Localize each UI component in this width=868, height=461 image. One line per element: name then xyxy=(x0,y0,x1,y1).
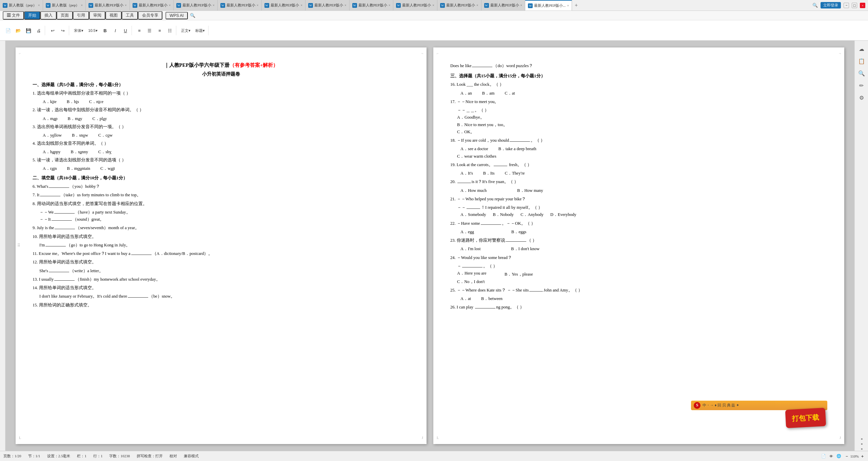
justify-button[interactable]: ☷ xyxy=(165,26,175,35)
tab-6[interactable]: W 最新人教PEP版小 × xyxy=(218,0,262,11)
right-panel-btn-4[interactable]: ✏ xyxy=(857,81,866,90)
toolbar-group-file: 📄 📂 💾 🖨 xyxy=(2,26,45,35)
tab-close-13[interactable]: × xyxy=(567,4,569,7)
q8a: －－We（have）a party next Sunday。 xyxy=(39,209,410,216)
menu-start[interactable]: 开始 xyxy=(24,11,40,20)
q14a: I don't like January or February。It's co… xyxy=(39,293,410,300)
new-button[interactable]: 📄 xyxy=(3,26,13,35)
tab-close-8[interactable]: × xyxy=(344,3,347,7)
tab-close-3[interactable]: × xyxy=(125,3,127,7)
save-button[interactable]: 💾 xyxy=(24,26,33,35)
tab-4[interactable]: W 最新人教PEP版小 × xyxy=(130,0,174,11)
style-heading[interactable]: 标题▾ xyxy=(193,26,207,35)
q19-opt-a: A．It's xyxy=(460,170,473,177)
font-size-button[interactable]: 10.5▾ xyxy=(86,26,100,35)
tab-close-5[interactable]: × xyxy=(213,3,215,7)
page2-content: Does he like（do）word puzzles？ 三、选择题（共15小… xyxy=(450,62,827,311)
tab-icon-5: W xyxy=(176,3,181,8)
q10: 10. 用所给单词的适当形式填空。 xyxy=(33,233,410,240)
menu-file[interactable]: ☰ 文件 xyxy=(3,11,24,20)
q1-opt-b: B．his xyxy=(67,98,79,105)
q19-opt-c: C．They're xyxy=(505,170,525,177)
bottom-page-info: 页数：1/20 xyxy=(3,454,21,459)
style-normal[interactable]: 正文▾ xyxy=(179,26,193,35)
minimize-button[interactable]: － xyxy=(844,3,849,8)
q16-opt-a: A．an xyxy=(460,90,472,97)
zoom-out-button[interactable]: － xyxy=(845,453,849,459)
menu-review[interactable]: 审阅 xyxy=(89,11,105,20)
view-web-icon[interactable]: 🌐 xyxy=(836,454,841,458)
bold-button[interactable]: B xyxy=(100,26,110,35)
align-right-button[interactable]: ≡ xyxy=(155,26,164,35)
tab-13[interactable]: W 最新人教PEP版小... × xyxy=(525,0,572,11)
p2-q19-opts: A．It's B．Its C．They're xyxy=(460,170,827,177)
tab-close-7[interactable]: × xyxy=(300,3,302,7)
q10a: I'm（go）to go to Hong Kong in July。 xyxy=(39,242,410,249)
q1: 1. 选出每组单词中画线部分读音不相同的一项（ ） xyxy=(33,90,410,97)
search-button[interactable]: 🔍 xyxy=(188,11,197,20)
bottom-right: 📄 👁 🌐 － 110% ＋ xyxy=(821,453,865,459)
q23-opt-b: B．I don't know xyxy=(511,245,539,253)
menu-wps-ai[interactable]: WPS AI xyxy=(165,12,188,19)
tab-close-9[interactable]: × xyxy=(389,3,391,7)
tab-5[interactable]: W 最新人教PEP版小 × xyxy=(174,0,218,11)
tab-8[interactable]: W 最新人教PEP版小 × xyxy=(305,0,350,11)
underline-button[interactable]: U xyxy=(121,26,130,35)
tab-icon-6: W xyxy=(220,3,225,8)
align-center-button[interactable]: ☰ xyxy=(145,26,154,35)
login-button[interactable]: 立即登录 xyxy=(821,2,841,8)
menu-tools[interactable]: 工具 xyxy=(122,11,138,20)
tab-icon-8: W xyxy=(308,3,313,8)
right-panel-btn-2[interactable]: 📋 xyxy=(857,56,866,66)
q12a: She's（write）a letter。 xyxy=(39,267,410,275)
q20-opt-b: B．How many xyxy=(517,187,543,194)
open-button[interactable]: 📂 xyxy=(14,26,23,35)
view-normal-icon[interactable]: 📄 xyxy=(821,454,826,458)
menu-insert[interactable]: 插入 xyxy=(40,11,57,20)
italic-button[interactable]: I xyxy=(111,26,120,35)
tab-2[interactable]: W 新人教版（pep） × xyxy=(43,0,86,11)
zoom-in-button[interactable]: ＋ xyxy=(860,453,865,459)
menu-view[interactable]: 视图 xyxy=(105,11,122,20)
tab-close-12[interactable]: × xyxy=(520,3,522,7)
tab-11[interactable]: W 最新人教PEP版小 × xyxy=(437,0,481,11)
tab-label-9: 最新人教PEP版小 xyxy=(358,3,387,8)
tab-close-10[interactable]: × xyxy=(432,3,434,7)
q25-opt-a: A．at xyxy=(460,295,471,302)
tab-12[interactable]: W 最新人教PEP版小 × xyxy=(481,0,526,11)
menu-reference[interactable]: 引用 xyxy=(73,11,89,20)
restore-button[interactable]: □ xyxy=(852,3,857,8)
right-panel-btn-3[interactable]: 🔍 xyxy=(857,68,866,78)
tab-close-6[interactable]: × xyxy=(257,3,259,7)
print-button[interactable]: 🖨 xyxy=(34,26,43,35)
close-button[interactable]: × xyxy=(860,3,865,8)
corner-br-2: J xyxy=(840,435,841,441)
tab-close-4[interactable]: × xyxy=(169,3,171,7)
menu-page[interactable]: 页面 xyxy=(57,11,73,20)
menu-vip[interactable]: 会员专享 xyxy=(138,11,162,20)
tab-close-1[interactable]: × xyxy=(38,3,40,7)
tab-close-11[interactable]: × xyxy=(476,3,478,7)
tab-3[interactable]: W 最新人教PEP版小 × xyxy=(86,0,130,11)
download-badge[interactable]: 打包下载 xyxy=(785,408,826,428)
redo-button[interactable]: ↪ xyxy=(58,26,67,35)
q22-opt-b: B．eggs xyxy=(511,228,526,236)
right-panel-btn-5[interactable]: ⚙ xyxy=(857,93,866,102)
q5: 5. 读一读，请选出划线部分发音不同的选项（ ） xyxy=(33,157,410,164)
bottom-mode: 兼容模式 xyxy=(184,454,199,459)
view-read-icon[interactable]: 👁 xyxy=(829,454,833,458)
tab-close-2[interactable]: × xyxy=(81,3,83,7)
q20-opt-a: A．How much xyxy=(460,187,487,194)
q22-opt-a: A．egg xyxy=(460,228,474,236)
tab-9[interactable]: W 最新人教PEP版小 × xyxy=(350,0,394,11)
align-left-button[interactable]: ≡ xyxy=(135,26,144,35)
right-panel-btn-1[interactable]: ☁ xyxy=(857,44,866,54)
tab-10[interactable]: W 最新人教PEP版小 × xyxy=(393,0,437,11)
corner-tl-2: ⌐ xyxy=(437,51,439,56)
tab-add-button[interactable]: + xyxy=(572,2,580,8)
tab-7[interactable]: W 最新人教PEP版小 × xyxy=(262,0,306,11)
undo-button[interactable]: ↩ xyxy=(48,26,57,35)
tab-1[interactable]: W 新人教版（pep） × xyxy=(0,0,43,11)
tab-label-2: 新人教版（pep） xyxy=(52,3,80,8)
font-family-button[interactable]: 宋体▾ xyxy=(72,26,85,35)
